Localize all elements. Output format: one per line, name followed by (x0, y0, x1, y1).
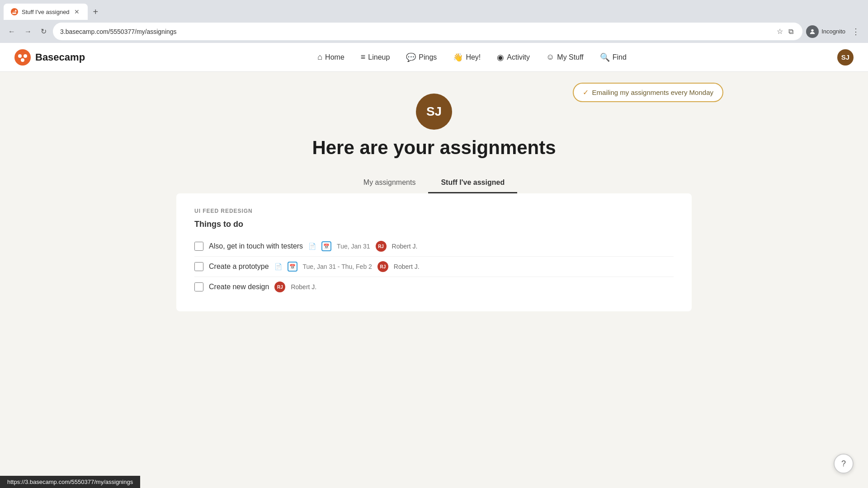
star-button[interactable]: ☆ (775, 25, 785, 38)
task-1-checkbox[interactable] (194, 242, 203, 251)
status-url: https://3.basecamp.com/5550377/my/assign… (7, 479, 133, 485)
task-2-notes-icon[interactable]: 📄 (274, 263, 282, 270)
mystuff-icon: ☺ (546, 52, 554, 62)
status-bar: https://3.basecamp.com/5550377/my/assign… (0, 476, 140, 488)
page-title: Here are your assignments (14, 137, 854, 159)
find-icon: 🔍 (600, 52, 610, 62)
nav-lineup[interactable]: ≡ Lineup (354, 49, 397, 66)
app-nav: Basecamp ⌂ Home ≡ Lineup 💬 Pings 👋 Hey! … (0, 43, 868, 72)
active-tab[interactable]: 🏕 Stuff I've assigned ✕ (4, 4, 88, 20)
nav-activity[interactable]: ◉ Activity (490, 49, 537, 66)
tab-stuff-ive-assigned-label: Stuff I've assigned (441, 178, 505, 186)
nav-pings-label: Pings (419, 53, 437, 61)
nav-mystuff[interactable]: ☺ My Stuff (539, 49, 591, 66)
brand[interactable]: Basecamp (14, 49, 85, 66)
nav-pings[interactable]: 💬 Pings (399, 49, 444, 66)
content-area: UI FEED REDESIGN Things to do Also, get … (176, 193, 692, 311)
task-2-title: Create a prototype (209, 263, 269, 271)
task-1-calendar-icon[interactable]: 📅 (321, 241, 331, 251)
address-bar[interactable]: 3.basecamp.com/5550377/my/assignings ☆ ⧉ (53, 23, 802, 40)
task-1-date: Tue, Jan 31 (337, 243, 370, 250)
nav-find-label: Find (613, 53, 627, 61)
nav-find[interactable]: 🔍 Find (593, 49, 634, 66)
svg-point-0 (811, 29, 814, 31)
main-nav: ⌂ Home ≡ Lineup 💬 Pings 👋 Hey! ◉ Activit… (107, 49, 837, 66)
svg-point-1 (14, 49, 31, 66)
main-content: ✓ Emailing my assignments every Monday S… (0, 72, 868, 486)
nav-hey[interactable]: 👋 Hey! (446, 49, 488, 66)
svg-point-4 (21, 58, 24, 62)
activity-icon: ◉ (497, 52, 504, 62)
tab-stuff-ive-assigned[interactable]: Stuff I've assigned (428, 173, 517, 193)
tab-my-assignments[interactable]: My assignments (351, 173, 429, 193)
email-check-icon: ✓ (583, 88, 589, 97)
tab-bar: 🏕 Stuff I've assigned ✕ + (0, 0, 868, 20)
incognito-label: Incognito (821, 28, 845, 35)
nav-home-label: Home (325, 53, 344, 61)
task-item: Also, get in touch with testers 📄 📅 Tue,… (194, 236, 674, 257)
page-header: SJ Here are your assignments (14, 94, 854, 159)
section-subtitle: Things to do (194, 220, 674, 229)
new-tab-button[interactable]: + (90, 5, 102, 19)
tab-my-assignments-label: My assignments (363, 178, 416, 186)
tab-favicon: 🏕 (11, 8, 18, 15)
email-badge[interactable]: ✓ Emailing my assignments every Monday (573, 83, 723, 102)
brand-name: Basecamp (35, 52, 85, 63)
incognito-icon (806, 25, 819, 38)
task-item: Create new design RJ Robert J. (194, 277, 674, 297)
section-label: UI FEED REDESIGN (194, 208, 674, 214)
task-1-title: Also, get in touch with testers (209, 242, 303, 250)
task-2-date: Tue, Jan 31 - Thu, Feb 2 (303, 263, 372, 270)
task-1-notes-icon[interactable]: 📄 (308, 243, 316, 250)
pings-icon: 💬 (406, 52, 416, 62)
svg-point-2 (18, 54, 22, 58)
nav-activity-label: Activity (507, 53, 530, 61)
tab-title: Stuff I've assigned (22, 9, 70, 15)
task-1-assignee-name: Robert J. (392, 243, 418, 250)
task-3-assignee-name: Robert J. (291, 283, 316, 291)
task-2-calendar-icon[interactable]: 📅 (288, 262, 297, 272)
user-avatar[interactable]: SJ (837, 49, 854, 66)
task-3-assignee-avatar: RJ (274, 282, 285, 292)
svg-point-3 (24, 54, 27, 58)
task-2-assignee-name: Robert J. (394, 263, 420, 270)
task-1-assignee-avatar: RJ (376, 241, 387, 252)
lineup-icon: ≡ (361, 52, 366, 62)
home-icon: ⌂ (317, 52, 322, 62)
refresh-button[interactable]: ↻ (38, 25, 49, 38)
nav-home[interactable]: ⌂ Home (310, 49, 352, 66)
nav-lineup-label: Lineup (368, 53, 390, 61)
tab-close-button[interactable]: ✕ (73, 7, 80, 16)
back-button[interactable]: ← (5, 26, 18, 38)
email-badge-text: Emailing my assignments every Monday (592, 89, 713, 96)
brand-logo-icon (14, 49, 31, 66)
task-item: Create a prototype 📄 📅 Tue, Jan 31 - Thu… (194, 257, 674, 277)
user-avatar-large: SJ (416, 94, 452, 130)
address-bar-actions: ☆ ⧉ (775, 25, 795, 38)
incognito-button[interactable]: Incognito (806, 25, 845, 38)
address-bar-row: ← → ↻ 3.basecamp.com/5550377/my/assignin… (0, 20, 868, 43)
task-3-title: Create new design (209, 283, 269, 291)
sidebar-button[interactable]: ⧉ (787, 26, 795, 38)
nav-hey-label: Hey! (466, 53, 481, 61)
task-3-checkbox[interactable] (194, 282, 203, 291)
nav-mystuff-label: My Stuff (557, 53, 583, 61)
hey-icon: 👋 (453, 52, 463, 62)
task-2-assignee-avatar: RJ (377, 261, 388, 272)
browser-chrome: 🏕 Stuff I've assigned ✕ + ← → ↻ 3.baseca… (0, 0, 868, 43)
task-2-checkbox[interactable] (194, 262, 203, 271)
forward-button[interactable]: → (22, 26, 34, 38)
tabs-container: My assignments Stuff I've assigned (14, 173, 854, 193)
help-button[interactable]: ? (834, 454, 854, 474)
url-text: 3.basecamp.com/5550377/my/assignings (60, 28, 177, 35)
help-icon: ? (841, 459, 846, 469)
more-button[interactable]: ⋮ (849, 25, 863, 38)
